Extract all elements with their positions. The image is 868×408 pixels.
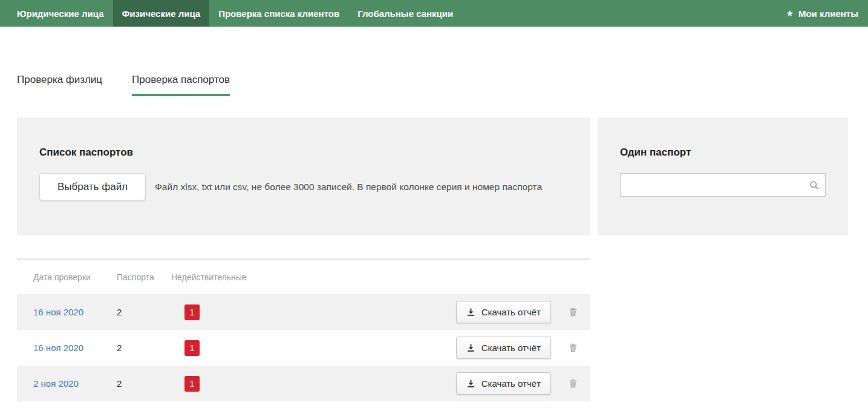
invalid-count-badge: 1 bbox=[184, 376, 200, 392]
table-row: 16 ноя 2020 2 1 Скачать отчёт bbox=[17, 294, 590, 330]
tab-check-individuals[interactable]: Проверка физлиц bbox=[17, 74, 102, 96]
download-report-button[interactable]: Скачать отчёт bbox=[456, 337, 551, 359]
report-date-link[interactable]: 16 ноя 2020 bbox=[33, 343, 117, 353]
download-report-label: Скачать отчёт bbox=[481, 378, 541, 389]
column-header-date: Дата проверки bbox=[33, 272, 117, 282]
invalid-cell: 1 bbox=[171, 340, 456, 356]
delete-report-icon[interactable] bbox=[569, 343, 577, 352]
nav-my-clients-label: Мои клиенты bbox=[798, 8, 858, 19]
download-report-button[interactable]: Скачать отчёт bbox=[456, 301, 551, 323]
nav-tab-global-sanctions[interactable]: Глобальные санкции bbox=[348, 0, 462, 27]
download-icon bbox=[466, 379, 475, 388]
single-passport-panel: Один паспорт bbox=[598, 117, 848, 235]
file-format-hint: Файл xlsx, txt или csv, не более 3000 за… bbox=[155, 182, 542, 192]
search-icon[interactable] bbox=[809, 180, 819, 190]
upload-row: Выбрать файл Файл xlsx, txt или csv, не … bbox=[39, 173, 568, 200]
nav-my-clients[interactable]: ★ Мои клиенты bbox=[777, 0, 868, 27]
table-row: 2 ноя 2020 2 1 Скачать отчёт bbox=[17, 366, 590, 401]
single-passport-title: Один паспорт bbox=[620, 146, 826, 159]
passports-count: 2 bbox=[117, 378, 171, 389]
invalid-count-badge: 1 bbox=[184, 340, 200, 356]
passports-count: 2 bbox=[117, 343, 171, 353]
passport-list-panel: Список паспортов Выбрать файл Файл xlsx,… bbox=[17, 117, 590, 235]
column-header-passports: Паспорта bbox=[117, 272, 171, 282]
delete-report-icon[interactable] bbox=[569, 308, 577, 317]
passport-search-input[interactable] bbox=[620, 173, 826, 197]
main-nav: Юридические лица Физические лица Проверк… bbox=[0, 0, 868, 27]
main-nav-tabs: Юридические лица Физические лица Проверк… bbox=[0, 0, 462, 27]
download-icon bbox=[466, 308, 475, 317]
passport-search bbox=[620, 173, 826, 197]
nav-tab-individuals[interactable]: Физические лица bbox=[113, 0, 210, 27]
table-row: 10 авг 2020 7 5 Скачать отчёт bbox=[17, 401, 590, 408]
checks-history-table: Дата проверки Паспорта Недействительные … bbox=[17, 258, 590, 408]
passports-count: 2 bbox=[117, 307, 171, 317]
table-row: 16 ноя 2020 2 1 Скачать отчёт bbox=[17, 330, 590, 366]
download-report-button[interactable]: Скачать отчёт bbox=[456, 372, 551, 395]
invalid-cell: 1 bbox=[171, 376, 456, 392]
download-report-label: Скачать отчёт bbox=[481, 343, 541, 353]
report-date-link[interactable]: 16 ноя 2020 bbox=[33, 307, 117, 317]
tab-check-passports[interactable]: Проверка паспортов bbox=[132, 74, 230, 96]
download-icon bbox=[466, 343, 475, 352]
invalid-cell: 1 bbox=[171, 304, 456, 320]
nav-tab-legal-entities[interactable]: Юридические лица bbox=[8, 0, 113, 27]
download-report-label: Скачать отчёт bbox=[481, 307, 541, 317]
sub-nav: Проверка физлиц Проверка паспортов bbox=[0, 27, 868, 96]
choose-file-button[interactable]: Выбрать файл bbox=[39, 173, 146, 200]
passport-list-title: Список паспортов bbox=[39, 146, 568, 159]
panels-row: Список паспортов Выбрать файл Файл xlsx,… bbox=[17, 117, 848, 235]
report-date-link[interactable]: 2 ноя 2020 bbox=[33, 378, 117, 389]
star-icon: ★ bbox=[786, 9, 794, 18]
delete-report-icon[interactable] bbox=[569, 379, 577, 388]
invalid-count-badge: 1 bbox=[184, 304, 200, 320]
column-header-invalid: Недействительные bbox=[171, 272, 577, 282]
nav-tab-client-list-check[interactable]: Проверка списка клиентов bbox=[209, 0, 348, 27]
table-header-row: Дата проверки Паспорта Недействительные bbox=[17, 260, 590, 294]
